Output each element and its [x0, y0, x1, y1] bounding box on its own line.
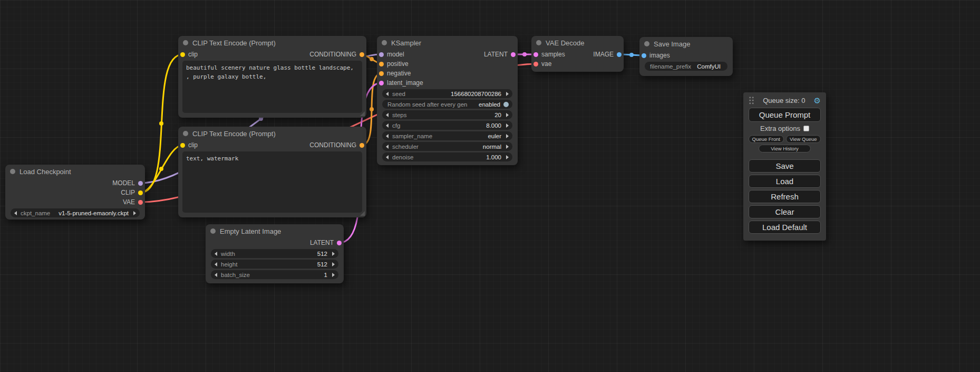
node-clip-text-encode-positive[interactable]: CLIP Text Encode (Prompt) clip CONDITION…	[178, 36, 366, 118]
widget-height[interactable]: height 512	[211, 260, 338, 269]
collapse-dot-icon[interactable]	[183, 40, 188, 45]
prev-value-arrow-icon[interactable]	[14, 211, 17, 215]
increment-arrow-icon[interactable]	[506, 92, 509, 96]
wire-midpoint-dot-image	[629, 53, 634, 57]
queue-prompt-button[interactable]: Queue Prompt	[749, 108, 821, 122]
decrement-arrow-icon[interactable]	[215, 273, 217, 277]
slot-label: latent_image	[387, 79, 423, 87]
output-dot-model[interactable]	[138, 181, 143, 186]
node-clip-text-encode-negative[interactable]: CLIP Text Encode (Prompt) clip CONDITION…	[178, 127, 366, 217]
collapse-dot-icon[interactable]	[536, 40, 541, 45]
view-history-button[interactable]: View History	[759, 145, 811, 152]
collapse-dot-icon[interactable]	[644, 41, 649, 46]
node-ksampler[interactable]: KSampler model LATENT positive negative …	[377, 36, 518, 165]
slot-label: positive	[387, 60, 409, 68]
save-button[interactable]: Save	[749, 159, 821, 173]
input-dot-vae[interactable]	[533, 62, 538, 66]
next-value-arrow-icon[interactable]	[506, 134, 509, 138]
next-value-arrow-icon[interactable]	[506, 145, 509, 149]
decrement-arrow-icon[interactable]	[386, 123, 389, 128]
clear-button[interactable]: Clear	[749, 205, 821, 218]
decrement-arrow-icon[interactable]	[386, 155, 389, 159]
input-dot-images[interactable]	[642, 53, 646, 58]
widget-control-after-generate[interactable]: Random seed after every gen enabled	[382, 100, 512, 109]
decrement-arrow-icon[interactable]	[386, 92, 389, 96]
extra-options-checkbox[interactable]	[803, 126, 809, 131]
node-save-image[interactable]: Save Image images filename_prefix ComfyU…	[639, 37, 733, 76]
input-slot-positive: positive	[379, 60, 409, 68]
widget-filename-prefix[interactable]: filename_prefix ComfyUI	[645, 62, 727, 71]
widget-scheduler[interactable]: scheduler normal	[382, 142, 512, 151]
widget-width[interactable]: width 512	[211, 249, 338, 258]
increment-arrow-icon[interactable]	[506, 123, 509, 128]
refresh-button[interactable]: Refresh	[749, 190, 821, 203]
collapse-dot-icon[interactable]	[183, 131, 188, 136]
slot-row: CLIP	[5, 188, 145, 197]
widget-batch-size[interactable]: batch_size 1	[211, 270, 338, 279]
node-empty-latent-image[interactable]: Empty Latent Image LATENT width 512 heig…	[206, 224, 344, 283]
input-slot-negative: negative	[379, 70, 411, 77]
slot-label: CONDITIONING	[309, 141, 356, 149]
output-dot-clip[interactable]	[138, 190, 143, 195]
seed-toggle-dot-icon[interactable]	[503, 102, 509, 107]
queue-front-button[interactable]: Queue Front	[749, 135, 784, 143]
settings-gear-icon[interactable]: ⚙	[814, 97, 821, 104]
widget-denoise[interactable]: denoise 1.000	[382, 152, 512, 161]
decrement-arrow-icon[interactable]	[215, 262, 217, 266]
output-dot-image[interactable]	[617, 52, 622, 57]
slot-row: clip CONDITIONING	[178, 50, 366, 59]
increment-arrow-icon[interactable]	[506, 113, 509, 117]
input-dot-negative[interactable]	[379, 71, 384, 76]
decrement-arrow-icon[interactable]	[386, 113, 389, 117]
collapse-dot-icon[interactable]	[382, 40, 387, 45]
decrement-arrow-icon[interactable]	[215, 252, 217, 256]
output-dot-latent[interactable]	[337, 241, 342, 245]
node-load-checkpoint[interactable]: Load Checkpoint MODEL CLIP VAE ckpt_name…	[5, 165, 145, 220]
widget-ckpt-name[interactable]: ckpt_name v1-5-pruned-emaonly.ckpt	[11, 208, 140, 217]
node-graph-canvas[interactable]: { "colors": { "model": "#B39DDB", "clip"…	[0, 0, 980, 372]
prev-value-arrow-icon[interactable]	[386, 145, 389, 149]
wire-midpoint-dot-conditioning-positive	[370, 57, 374, 61]
input-dot-model[interactable]	[379, 52, 384, 57]
widget-seed[interactable]: seed 156680208700286	[382, 89, 512, 98]
load-default-button[interactable]: Load Default	[749, 221, 821, 234]
node-vae-decode[interactable]: VAE Decode samples IMAGE vae	[531, 36, 624, 72]
increment-arrow-icon[interactable]	[332, 262, 335, 266]
widget-steps[interactable]: steps 20	[382, 110, 512, 119]
node-header[interactable]: VAE Decode	[531, 36, 624, 50]
resize-handle[interactable]	[360, 211, 365, 216]
node-header[interactable]: Empty Latent Image	[206, 224, 344, 238]
node-header[interactable]: CLIP Text Encode (Prompt)	[178, 36, 366, 50]
output-dot-vae[interactable]	[138, 200, 143, 205]
collapse-dot-icon[interactable]	[10, 169, 15, 174]
node-header[interactable]: CLIP Text Encode (Prompt)	[178, 127, 366, 140]
input-dot-samples[interactable]	[533, 52, 538, 57]
prev-value-arrow-icon[interactable]	[386, 134, 389, 138]
node-header[interactable]: KSampler	[377, 36, 518, 50]
resize-handle[interactable]	[360, 111, 365, 116]
input-slot-clip: clip	[180, 141, 198, 149]
increment-arrow-icon[interactable]	[506, 155, 509, 159]
increment-arrow-icon[interactable]	[332, 273, 335, 277]
widget-value: 8.000	[486, 122, 501, 129]
input-dot-latent-image[interactable]	[379, 81, 384, 85]
drag-handle-icon[interactable]	[749, 96, 754, 104]
increment-arrow-icon[interactable]	[332, 252, 335, 256]
widget-cfg[interactable]: cfg 8.000	[382, 121, 512, 130]
prompt-textarea[interactable]: beautiful scenery nature glass bottle la…	[182, 61, 362, 113]
input-dot-clip[interactable]	[180, 52, 185, 57]
collapse-dot-icon[interactable]	[210, 228, 216, 234]
output-dot-latent[interactable]	[511, 52, 516, 57]
view-queue-button[interactable]: View Queue	[786, 135, 821, 143]
widget-label: Random seed after every gen	[387, 101, 468, 108]
next-value-arrow-icon[interactable]	[133, 211, 136, 215]
input-dot-positive[interactable]	[379, 62, 384, 66]
output-dot-conditioning[interactable]	[360, 143, 364, 148]
output-dot-conditioning[interactable]	[360, 52, 364, 57]
node-header[interactable]: Load Checkpoint	[5, 165, 145, 178]
node-header[interactable]: Save Image	[639, 37, 733, 51]
prompt-textarea[interactable]: text, watermark	[182, 151, 362, 213]
load-button[interactable]: Load	[749, 175, 821, 188]
widget-sampler-name[interactable]: sampler_name euler	[382, 131, 512, 140]
input-dot-clip[interactable]	[180, 143, 185, 148]
